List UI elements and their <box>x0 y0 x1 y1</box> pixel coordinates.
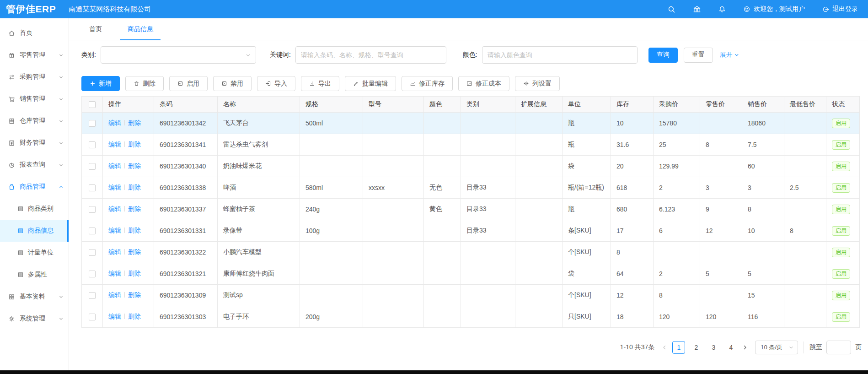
delete-link[interactable]: 删除 <box>128 205 141 212</box>
edit-link[interactable]: 编辑 <box>108 291 121 298</box>
row-checkbox[interactable] <box>89 184 96 191</box>
delete-button[interactable]: 删除 <box>125 76 164 91</box>
column-settings-button[interactable]: 列设置 <box>515 76 560 91</box>
page-size-select[interactable]: 10 条/页 <box>755 341 798 354</box>
delete-link[interactable]: 删除 <box>128 313 141 320</box>
delete-link[interactable]: 删除 <box>128 227 141 234</box>
page-button-4[interactable]: 4 <box>724 341 737 354</box>
sidebar-subitem-goods-category[interactable]: 商品类别 <box>0 198 69 220</box>
bank-icon[interactable] <box>693 5 701 13</box>
topbar-right: 欢迎您，测试用户 退出登录 <box>668 5 868 13</box>
add-button[interactable]: 新增 <box>81 76 120 91</box>
sidebar-item-system[interactable]: 系统管理 <box>0 308 69 330</box>
jump-input[interactable] <box>826 341 851 354</box>
color-input[interactable] <box>482 46 638 64</box>
bell-icon[interactable] <box>718 5 726 13</box>
keyword-input[interactable] <box>295 46 446 64</box>
cell-status: 启用 <box>826 156 860 177</box>
edit-link[interactable]: 编辑 <box>108 205 121 212</box>
table-row: 编辑删除 6901236301338 啤酒 580ml xxsxx 无色 目录3… <box>82 177 860 199</box>
chevron-left-icon <box>662 345 667 350</box>
sidebar-item-basic-data[interactable]: 基本资料 <box>0 286 69 308</box>
sidebar-item-retail[interactable]: 零售管理 <box>0 44 69 66</box>
edit-link[interactable]: 编辑 <box>108 313 121 320</box>
welcome-user[interactable]: 欢迎您，测试用户 <box>743 5 805 13</box>
sidebar-subitem-multi-attribute[interactable]: 多属性 <box>0 264 69 286</box>
sidebar-item-goods[interactable]: 商品管理 <box>0 176 69 198</box>
pagination-total: 1-10 共37条 <box>620 343 654 352</box>
cell-retail-price <box>700 285 742 306</box>
tab-goods-info[interactable]: 商品信息 <box>120 18 161 40</box>
page-button-1[interactable]: 1 <box>672 341 685 354</box>
list-icon <box>17 249 24 256</box>
fix-cost-button[interactable]: 修正成本 <box>458 76 509 91</box>
table-row: 编辑删除 6901236301337 蜂蜜柚子茶 240g 黄色 目录33 瓶 … <box>82 199 860 220</box>
row-checkbox[interactable] <box>89 314 96 320</box>
cell-unit: 瓶 <box>563 199 611 220</box>
import-button[interactable]: 导入 <box>257 76 295 91</box>
delete-link[interactable]: 删除 <box>128 291 141 298</box>
cell-category: 目录33 <box>461 199 515 220</box>
search-icon[interactable] <box>668 5 675 13</box>
cell-status: 启用 <box>826 263 860 285</box>
reset-button[interactable]: 重置 <box>684 48 713 63</box>
delete-link[interactable]: 删除 <box>128 270 141 277</box>
sidebar-item-home[interactable]: 首页 <box>0 22 69 44</box>
select-all-checkbox[interactable] <box>89 101 96 108</box>
cell-spec: 580ml <box>300 177 363 199</box>
edit-link[interactable]: 编辑 <box>108 141 121 148</box>
row-checkbox[interactable] <box>89 228 96 234</box>
sidebar-item-reports[interactable]: 报表查询 <box>0 154 69 176</box>
edit-link[interactable]: 编辑 <box>108 162 121 169</box>
row-checkbox[interactable] <box>89 292 96 299</box>
chevron-down-icon <box>59 97 63 101</box>
sidebar-subitem-measure-unit[interactable]: 计量单位 <box>0 242 69 264</box>
sidebar-item-warehouse[interactable]: 仓库管理 <box>0 110 69 132</box>
delete-link[interactable]: 删除 <box>128 119 141 126</box>
edit-link[interactable]: 编辑 <box>108 248 121 255</box>
sidebar-item-purchase[interactable]: 采购管理 <box>0 66 69 88</box>
delete-link[interactable]: 删除 <box>128 184 141 191</box>
edit-link[interactable]: 编辑 <box>108 227 121 234</box>
sidebar-subitem-goods-info[interactable]: 商品信息 <box>0 220 69 242</box>
cell-purchase-price: 6.123 <box>654 199 700 220</box>
cell-barcode: 6901236301321 <box>154 263 218 285</box>
row-checkbox[interactable] <box>89 271 96 277</box>
tab-home[interactable]: 首页 <box>82 18 109 40</box>
row-checkbox[interactable] <box>89 163 96 170</box>
edit-link[interactable]: 编辑 <box>108 119 121 126</box>
delete-link[interactable]: 删除 <box>128 248 141 255</box>
disable-button[interactable]: 禁用 <box>213 76 252 91</box>
expand-link[interactable]: 展开 <box>720 51 739 59</box>
cell-barcode: 6901236301303 <box>154 306 218 328</box>
row-checkbox[interactable] <box>89 120 96 127</box>
column-header: 最低售价 <box>784 97 826 113</box>
logout-button[interactable]: 退出登录 <box>822 5 858 13</box>
chevron-down-icon <box>59 317 63 321</box>
batch-edit-button[interactable]: 批量编辑 <box>345 76 396 91</box>
page-button-2[interactable]: 2 <box>690 341 702 354</box>
sidebar-item-finance[interactable]: 财务管理 <box>0 132 69 154</box>
delete-link[interactable]: 删除 <box>128 141 141 148</box>
cell-color <box>424 113 461 134</box>
next-page-button[interactable] <box>739 341 750 354</box>
page-button-3[interactable]: 3 <box>707 341 720 354</box>
edit-link[interactable]: 编辑 <box>108 184 121 191</box>
fix-stock-button[interactable]: 修正库存 <box>402 76 453 91</box>
row-actions: 编辑删除 <box>103 156 154 177</box>
export-button[interactable]: 导出 <box>301 76 339 91</box>
row-checkbox[interactable] <box>89 141 96 148</box>
search-button[interactable]: 查询 <box>648 48 678 63</box>
delete-link[interactable]: 删除 <box>128 162 141 169</box>
smiley-icon <box>743 5 750 13</box>
category-select[interactable] <box>101 46 256 64</box>
cell-spec <box>300 263 363 285</box>
sidebar-item-sales[interactable]: 销售管理 <box>0 88 69 110</box>
row-checkbox[interactable] <box>89 206 96 213</box>
prev-page-button[interactable] <box>659 341 670 354</box>
row-checkbox[interactable] <box>89 249 96 256</box>
enable-button[interactable]: 启用 <box>169 76 208 91</box>
edit-link[interactable]: 编辑 <box>108 270 121 277</box>
cell-purchase-price: 120 <box>654 306 700 328</box>
cell-purchase-price: 2 <box>654 177 700 199</box>
